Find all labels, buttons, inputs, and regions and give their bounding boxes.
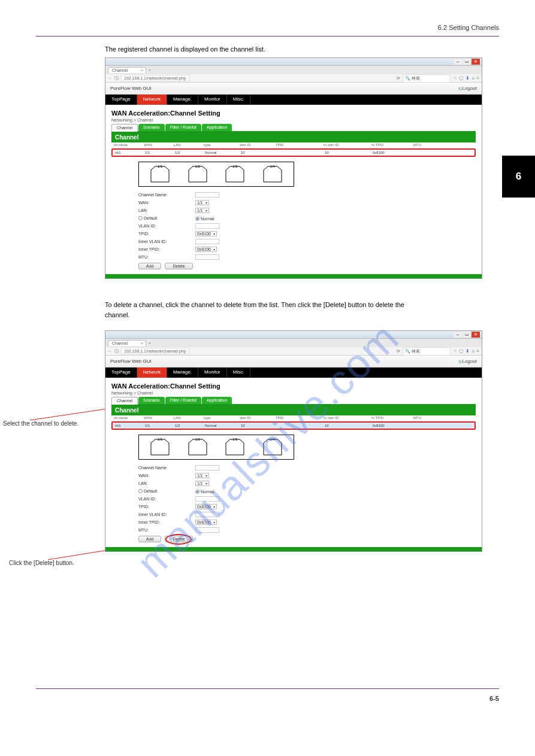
- label-vlan-id: VLAN ID:: [138, 497, 195, 501]
- window-maximize-icon[interactable]: ▭: [463, 59, 471, 65]
- logout-link[interactable]: ⎋ Logout: [458, 86, 477, 92]
- subtab-bar: Channel Scenario Filter / Rulelist Appli…: [111, 124, 476, 132]
- back-icon[interactable]: ←: [108, 76, 112, 80]
- nav-manage[interactable]: Manage.: [167, 95, 198, 105]
- td-name: ch1: [115, 424, 145, 427]
- tab-close-icon[interactable]: ×: [141, 341, 143, 345]
- nav-monitor[interactable]: Monitor: [198, 95, 227, 105]
- logout-link[interactable]: ⎋ Logout: [458, 359, 477, 365]
- td-wan: 1/1: [145, 424, 175, 427]
- table-header: ch name WAN LAN type vlan ID TPID In vla…: [111, 415, 476, 421]
- menu-icon[interactable]: ≡: [476, 75, 479, 81]
- nav-network[interactable]: Network: [137, 95, 167, 105]
- url-field[interactable]: 192.168.1.1/network/channel.php: [121, 348, 189, 354]
- window-close-icon[interactable]: ✕: [471, 59, 480, 65]
- info-icon[interactable]: ⓘ: [114, 348, 119, 354]
- search-field[interactable]: 🔍 検索: [403, 347, 451, 356]
- add-button[interactable]: Add: [138, 263, 161, 269]
- back-icon[interactable]: ←: [108, 349, 112, 353]
- input-mtu[interactable]: [195, 254, 219, 260]
- tab-new-icon[interactable]: +: [149, 68, 151, 72]
- subtab-scenario[interactable]: Scenario: [138, 124, 165, 131]
- reload-icon[interactable]: ⟳: [397, 76, 400, 81]
- bookmark-icon[interactable]: ▢: [459, 75, 464, 81]
- td-type: Normal: [205, 424, 241, 427]
- channel-form: Channel Name: WAN:1/1 LAN:1/1 Default No…: [138, 192, 476, 269]
- subtab-channel[interactable]: Channel: [111, 124, 138, 132]
- select-wan[interactable]: 1/1: [195, 200, 209, 205]
- td-invlan: 10: [325, 151, 373, 154]
- download-icon[interactable]: ⬇: [466, 75, 470, 81]
- td-name: ch1: [115, 151, 145, 154]
- nav-manage[interactable]: Manage.: [167, 368, 198, 378]
- url-field[interactable]: 192.168.1.1/network/channel.php: [121, 75, 189, 81]
- window-minimize-icon[interactable]: –: [454, 332, 462, 338]
- delete-button[interactable]: Delete: [165, 263, 192, 269]
- radio-default[interactable]: Default: [138, 216, 157, 220]
- browser-tab-active[interactable]: Channel ×: [108, 67, 146, 73]
- reload-icon[interactable]: ⟳: [397, 349, 400, 354]
- select-inner-tpid[interactable]: 0x8100: [195, 520, 217, 525]
- bookmark-icon[interactable]: ▢: [459, 348, 464, 354]
- input-mtu[interactable]: [195, 527, 219, 533]
- input-inner-vlan[interactable]: [195, 239, 219, 244]
- subtab-channel[interactable]: Channel: [111, 397, 138, 405]
- subtab-application[interactable]: Application: [202, 124, 232, 131]
- input-vlan-id[interactable]: [195, 496, 219, 502]
- nav-network[interactable]: Network: [137, 368, 167, 378]
- radio-default[interactable]: Default: [138, 489, 157, 493]
- select-inner-tpid[interactable]: 0x8100: [195, 247, 217, 252]
- radio-normal[interactable]: Normal: [195, 217, 214, 221]
- radio-normal[interactable]: Normal: [195, 490, 214, 494]
- add-button[interactable]: Add: [138, 536, 161, 542]
- home-icon[interactable]: ⌂: [471, 348, 474, 354]
- th-intpid: In TPID: [371, 143, 413, 147]
- star-icon[interactable]: ☆: [453, 348, 457, 354]
- input-inner-vlan[interactable]: [195, 512, 219, 517]
- main-nav: TopPage Network Manage. Monitor Misc.: [105, 368, 482, 378]
- description-para-1: The registered channel is displayed on t…: [105, 45, 499, 53]
- select-lan[interactable]: 1/1: [195, 481, 209, 486]
- star-icon[interactable]: ☆: [453, 75, 457, 81]
- window-close-icon[interactable]: ✕: [471, 332, 480, 338]
- select-lan[interactable]: 1/1: [195, 208, 209, 213]
- browser-tab-active[interactable]: Channel ×: [108, 340, 146, 346]
- tab-new-icon[interactable]: +: [149, 341, 151, 345]
- td-tpid: [277, 424, 325, 427]
- label-channel-name: Channel Name:: [138, 466, 195, 470]
- table-row-selected[interactable]: ch1 1/1 1/2 Normal 10 10 0x8100: [113, 423, 474, 429]
- select-wan[interactable]: 1/1: [195, 473, 209, 478]
- port-diagram: 1/1 1/2 1/3 1/4: [138, 162, 294, 187]
- download-icon[interactable]: ⬇: [466, 348, 470, 354]
- home-icon[interactable]: ⌂: [471, 75, 474, 81]
- label-tpid: TPID:: [138, 505, 195, 509]
- td-vlan: 10: [241, 424, 277, 427]
- window-minimize-icon[interactable]: –: [454, 59, 462, 65]
- info-icon[interactable]: ⓘ: [114, 75, 119, 81]
- select-tpid[interactable]: 0x8100: [195, 504, 217, 509]
- nav-toppage[interactable]: TopPage: [105, 95, 137, 105]
- subtab-filter[interactable]: Filter / Rulelist: [165, 124, 201, 131]
- input-vlan-id[interactable]: [195, 223, 219, 229]
- subtab-filter[interactable]: Filter / Rulelist: [165, 397, 201, 404]
- nav-misc[interactable]: Misc.: [227, 95, 251, 105]
- panel-header: Channel: [111, 132, 476, 142]
- input-channel-name[interactable]: [195, 192, 219, 198]
- delete-button[interactable]: Delete: [165, 536, 192, 542]
- port-label: 1/1: [148, 438, 172, 441]
- nav-misc[interactable]: Misc.: [227, 368, 251, 378]
- menu-icon[interactable]: ≡: [476, 348, 479, 354]
- label-lan: LAN:: [138, 481, 195, 485]
- table-row[interactable]: ch1 1/1 1/2 Normal 10 10 0x8100: [113, 150, 474, 156]
- search-field[interactable]: 🔍 検索: [403, 74, 451, 83]
- th-tpid: TPID: [276, 416, 324, 420]
- subtab-scenario[interactable]: Scenario: [138, 397, 165, 404]
- nav-toppage[interactable]: TopPage: [105, 368, 137, 378]
- td-wan: 1/1: [145, 151, 175, 154]
- window-maximize-icon[interactable]: ▭: [463, 332, 471, 338]
- nav-monitor[interactable]: Monitor: [198, 368, 227, 378]
- input-channel-name[interactable]: [195, 465, 219, 470]
- select-tpid[interactable]: 0x8100: [195, 231, 217, 236]
- subtab-application[interactable]: Application: [202, 397, 232, 404]
- tab-close-icon[interactable]: ×: [141, 68, 143, 72]
